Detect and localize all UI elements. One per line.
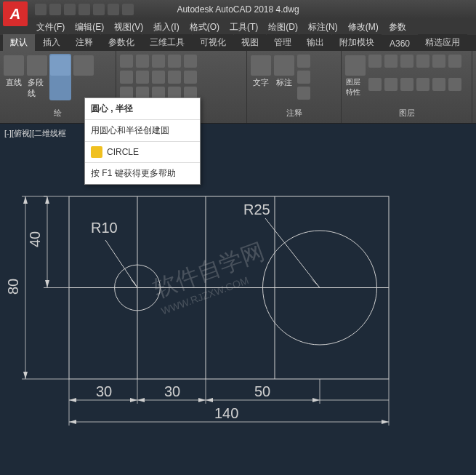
explode-icon[interactable] [152,71,165,84]
layer-btn3-icon[interactable] [400,55,414,68]
viewport-label[interactable]: [-][俯视][二维线框 [4,128,66,139]
tab-output[interactable]: 输出 [299,34,331,51]
text-button[interactable]: 文字 [250,54,272,100]
annot-btn-icon[interactable] [297,87,310,100]
menu-modify[interactable]: 修改(M) [344,20,383,35]
circle-tooltip: 圆心 , 半径 用圆心和半径创建圆 CIRCLE 按 F1 键获得更多帮助 [84,97,201,185]
qat-new-icon[interactable] [35,4,47,15]
line-label: 直线 [6,77,22,88]
dim-r10: R10 [91,220,118,236]
qat-open-icon[interactable] [49,4,61,15]
qat-redo-icon[interactable] [122,4,134,15]
tooltip-title: 圆心 , 半径 [85,98,200,120]
window-title: Autodesk AutoCAD 2018 4.dwg [177,4,299,15]
layer-btn8-icon[interactable] [384,78,398,91]
layer-btn7-icon[interactable] [368,78,382,91]
leader-icon[interactable] [297,55,310,68]
tab-default[interactable]: 默认 [3,34,35,51]
panel-annotate: 文字 标注 注释 [247,51,342,123]
qat-saveas-icon[interactable] [78,4,90,15]
panel-layers: 图层特性 图层 [342,51,472,123]
polyline-icon [27,55,47,76]
text-icon [251,55,271,76]
dim-40: 40 [27,231,43,247]
arc-button[interactable] [73,54,94,100]
tab-a360[interactable]: A360 [382,36,417,51]
qat-save-icon[interactable] [64,4,76,15]
menu-edit[interactable]: 编辑(E) [70,20,108,35]
svg-marker-35 [382,420,389,424]
layer-btn5-icon[interactable] [432,55,445,68]
svg-marker-19 [23,196,28,204]
menu-param[interactable]: 参数 [384,20,411,35]
dim-80: 80 [5,279,21,295]
line-button[interactable]: 直线 [3,54,25,100]
move-icon[interactable] [120,55,133,68]
dim-50: 50 [254,383,270,399]
dimension-label: 标注 [276,77,292,88]
ribbon: 直线 多段线 绘 修改 文字 标注 [0,51,476,124]
tooltip-command: CIRCLE [85,141,200,163]
circle-button[interactable] [49,54,71,100]
menu-draw[interactable]: 绘图(D) [264,20,302,35]
erase-icon[interactable] [168,55,181,68]
text-label: 文字 [253,77,269,88]
tab-parametric[interactable]: 参数化 [101,34,142,51]
command-icon [91,146,102,158]
drawing-canvas[interactable]: R10 R25 40 80 [0,124,476,475]
tab-3dtools[interactable]: 三维工具 [142,34,192,51]
tab-featured[interactable]: 精选应用 [418,34,467,51]
line-icon [4,55,24,76]
layer-props-label: 图层特性 [346,77,365,97]
layer-props-button[interactable]: 图层特性 [344,54,366,99]
dimension-icon [274,55,294,76]
menu-insert[interactable]: 插入(I) [149,20,183,35]
tab-manage[interactable]: 管理 [267,34,299,51]
menu-file[interactable]: 文件(F) [32,20,69,35]
table-icon[interactable] [297,71,310,84]
tab-addins[interactable]: 附加模块 [332,34,382,51]
layer-btn4-icon[interactable] [416,55,429,68]
polyline-button[interactable]: 多段线 [26,54,48,100]
qat-plot-icon[interactable] [93,4,105,15]
panel-layers-label[interactable]: 图层 [344,106,469,120]
dim-r25: R25 [243,201,270,217]
svg-line-9 [265,218,320,288]
tab-view[interactable]: 视图 [234,34,266,51]
fillet-icon[interactable] [136,71,149,84]
mirror-icon[interactable] [120,71,133,84]
app-logo[interactable]: A [3,1,28,26]
layer-btn6-icon[interactable] [448,55,461,68]
tab-insert[interactable]: 插入 [36,34,68,51]
layer-btn9-icon[interactable] [400,78,414,91]
menu-tools[interactable]: 工具(T) [225,20,262,35]
svg-marker-27 [69,398,76,402]
dim-30a: 30 [96,383,112,399]
svg-marker-8 [130,279,137,288]
trim-icon[interactable] [152,55,165,68]
menu-format[interactable]: 格式(O) [185,20,224,35]
menu-dimension[interactable]: 标注(N) [304,20,342,35]
panel-annotate-label[interactable]: 注释 [250,106,338,120]
scale-icon[interactable] [184,71,197,84]
menu-view[interactable]: 视图(V) [110,20,148,35]
layer-btn2-icon[interactable] [384,55,398,68]
tooltip-help: 按 F1 键获得更多帮助 [85,163,200,184]
qat-undo-icon[interactable] [108,4,119,15]
layer-btn12-icon[interactable] [448,78,461,91]
svg-marker-14 [45,196,49,204]
tab-annotate[interactable]: 注释 [68,34,100,51]
layer-btn10-icon[interactable] [416,78,429,91]
stretch-icon[interactable] [168,71,181,84]
svg-marker-30 [198,398,206,402]
svg-marker-34 [69,420,76,424]
dim-30b: 30 [164,383,180,399]
circle-icon [50,55,70,76]
tab-visualize[interactable]: 可视化 [193,34,233,51]
rotate-icon[interactable] [136,55,149,68]
svg-line-7 [105,240,137,288]
dimension-button[interactable]: 标注 [273,54,295,100]
layer-btn1-icon[interactable] [368,55,382,68]
layer-btn11-icon[interactable] [432,78,445,91]
copy-icon[interactable] [184,55,197,68]
